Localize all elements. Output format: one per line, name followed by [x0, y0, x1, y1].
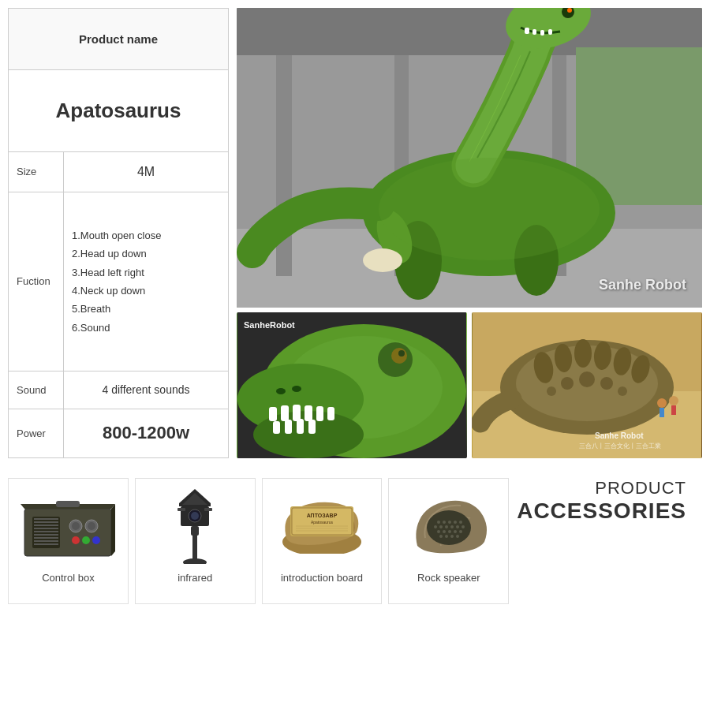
svg-point-120 — [445, 535, 448, 538]
power-value: 800-1200w — [64, 409, 229, 457]
svg-text:АПТОЗАВР: АПТОЗАВР — [307, 513, 338, 518]
fuction-label: Fuction — [9, 192, 64, 371]
fuction-value: 1.Mouth open close 2.Head up down 3.Head… — [64, 192, 229, 371]
svg-rect-37 — [297, 419, 304, 434]
svg-text:三合八丨三合文化丨三合工業: 三合八丨三合文化丨三合工業 — [579, 442, 661, 450]
svg-point-115 — [443, 530, 446, 533]
svg-point-121 — [450, 535, 454, 538]
sub-image-aerial: Sanhe Robot 三合八丨三合文化丨三合工業 — [472, 312, 702, 458]
svg-point-108 — [434, 525, 437, 528]
svg-point-73 — [82, 536, 90, 544]
specs-table: Product name Apatosaurus Size 4M Fuction… — [8, 8, 229, 458]
accessories-text: ACCESSORIES — [517, 498, 686, 524]
power-label: Power — [9, 409, 64, 457]
main-image-watermark: Sanhe Robot — [599, 277, 686, 293]
svg-point-12 — [363, 248, 402, 272]
intro-board-image: АПТОЗАВР Apatosaurus — [271, 487, 373, 566]
svg-rect-67 — [32, 517, 60, 548]
control-box-label: Control box — [42, 572, 94, 584]
svg-point-53 — [579, 371, 595, 387]
sub-image-dino-head: SanheRobot — [237, 312, 467, 458]
svg-rect-29 — [269, 407, 277, 421]
size-label: Size — [9, 152, 64, 192]
svg-rect-58 — [660, 408, 664, 417]
svg-marker-65 — [111, 504, 115, 556]
intro-board-label: introduction board — [281, 572, 363, 584]
accessory-intro-board: АПТОЗАВР Apatosaurus introduction board — [262, 478, 383, 604]
svg-point-20 — [379, 158, 600, 260]
svg-point-71 — [88, 522, 95, 530]
svg-point-57 — [657, 398, 667, 408]
sound-label: Sound — [9, 371, 64, 409]
infrared-label: infrared — [178, 572, 212, 584]
accessories-items: Control box — [8, 478, 509, 604]
svg-rect-18 — [540, 30, 544, 35]
accessory-control-box: Control box — [8, 478, 129, 604]
size-value: 4M — [64, 152, 229, 192]
svg-point-116 — [448, 530, 451, 533]
svg-point-39 — [276, 388, 286, 394]
images-panel: Sanhe Robot — [237, 8, 702, 458]
sound-value: 4 different sounds — [64, 371, 229, 409]
svg-point-122 — [456, 535, 459, 538]
svg-rect-17 — [532, 29, 536, 35]
svg-point-105 — [448, 521, 451, 524]
main-content: Product name Apatosaurus Size 4M Fuction… — [0, 0, 710, 466]
page-wrapper: Product name Apatosaurus Size 4M Fuction… — [0, 0, 710, 612]
rock-speaker-label: Rock speaker — [417, 572, 480, 584]
product-text: PRODUCT — [595, 478, 686, 498]
svg-point-119 — [439, 535, 443, 538]
accessory-rock-speaker: Rock speaker — [388, 478, 509, 604]
svg-point-107 — [459, 521, 462, 524]
svg-point-85 — [183, 558, 207, 564]
svg-rect-34 — [327, 407, 334, 420]
svg-rect-33 — [316, 406, 323, 421]
sub-images: SanheRobot — [237, 312, 702, 458]
svg-point-59 — [669, 396, 678, 405]
svg-rect-16 — [525, 28, 529, 34]
svg-text:Sanhe Robot: Sanhe Robot — [595, 431, 644, 440]
infrared-image — [144, 487, 246, 566]
svg-rect-66 — [56, 501, 80, 507]
svg-point-110 — [445, 525, 448, 528]
svg-point-118 — [459, 530, 462, 533]
svg-point-54 — [600, 377, 613, 390]
svg-rect-91 — [178, 508, 185, 511]
product-name-header: Product name — [9, 9, 229, 70]
rock-speaker-image — [398, 487, 500, 566]
svg-point-117 — [454, 530, 457, 533]
svg-point-74 — [92, 536, 100, 544]
svg-point-48 — [574, 339, 592, 368]
svg-point-111 — [450, 525, 454, 528]
main-dino-image: Sanhe Robot — [237, 8, 702, 308]
accessory-infrared: infrared — [135, 478, 256, 604]
svg-point-55 — [547, 386, 556, 396]
svg-rect-35 — [273, 421, 280, 434]
svg-rect-32 — [305, 405, 312, 421]
accessories-section: Control box — [0, 466, 710, 612]
svg-point-103 — [437, 521, 440, 524]
svg-point-106 — [454, 521, 457, 524]
svg-point-56 — [618, 386, 627, 396]
svg-rect-31 — [293, 405, 301, 421]
svg-rect-19 — [548, 29, 552, 35]
control-box-image — [17, 487, 119, 566]
svg-point-40 — [292, 386, 301, 392]
svg-point-113 — [462, 525, 465, 528]
svg-point-69 — [72, 522, 80, 530]
svg-point-112 — [456, 525, 459, 528]
svg-point-52 — [561, 377, 574, 390]
svg-rect-38 — [308, 420, 316, 434]
svg-rect-30 — [281, 405, 289, 421]
svg-point-72 — [72, 536, 80, 544]
svg-text:Apatosaurus: Apatosaurus — [311, 520, 334, 525]
svg-rect-92 — [204, 508, 212, 511]
product-name-value: Apatosaurus — [9, 70, 229, 152]
svg-text:SanheRobot: SanheRobot — [244, 320, 295, 330]
svg-point-109 — [439, 525, 443, 528]
svg-rect-36 — [285, 420, 292, 434]
svg-rect-93 — [191, 526, 199, 536]
svg-rect-60 — [671, 405, 676, 415]
svg-point-90 — [191, 512, 199, 520]
svg-point-15 — [567, 8, 572, 13]
